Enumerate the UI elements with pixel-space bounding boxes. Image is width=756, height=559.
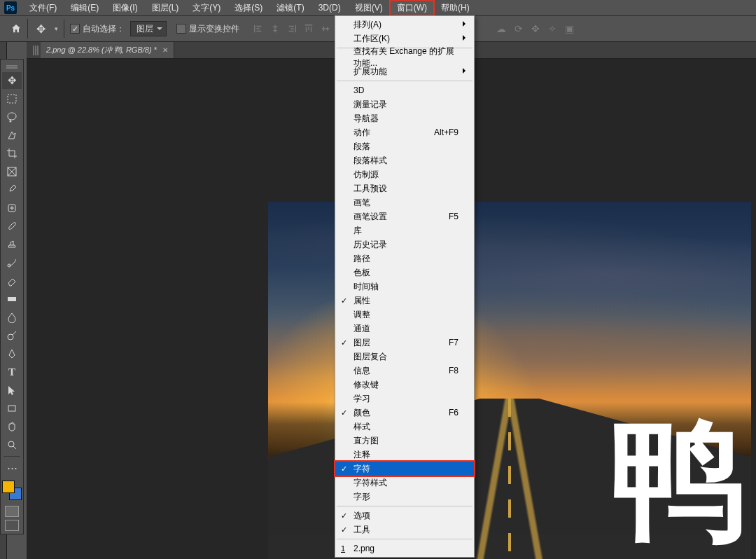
auto-select-target-dropdown[interactable]: 图层 (130, 21, 167, 36)
menu-item-画笔[interactable]: 画笔 (335, 195, 474, 209)
menu-item-图层复合[interactable]: 图层复合 (335, 350, 474, 364)
rotate-3d-icon[interactable]: ⟳ (514, 23, 523, 34)
eraser-tool[interactable] (2, 272, 22, 289)
scale-3d-icon[interactable]: ✧ (548, 23, 556, 34)
rectangle-tool[interactable] (2, 400, 22, 417)
canvas-text-layer[interactable]: 鸭 (610, 412, 746, 545)
menu-item-测量记录[interactable]: 测量记录 (335, 97, 474, 111)
menu-item-label: 画笔 (354, 197, 370, 209)
menu-item-仿制源[interactable]: 仿制源 (335, 167, 474, 181)
menu-image[interactable]: 图像(I) (106, 0, 144, 15)
menu-item-段落样式[interactable]: 段落样式 (335, 153, 474, 167)
move-3d-icon[interactable]: ✥ (531, 23, 540, 34)
screenmode-button[interactable] (5, 520, 19, 531)
menu-help[interactable]: 帮助(H) (434, 0, 477, 15)
menu-edit[interactable]: 编辑(E) (64, 0, 106, 15)
blur-tool[interactable] (2, 309, 22, 326)
path-selection-tool[interactable] (2, 382, 22, 399)
menu-item-字形[interactable]: 字形 (335, 490, 474, 504)
menu-filter[interactable]: 滤镜(T) (270, 0, 311, 15)
menu-item-注释[interactable]: 注释 (335, 448, 474, 462)
camera-icon[interactable]: ▣ (565, 23, 574, 34)
menu-item-label: 段落 (354, 141, 370, 153)
menu-item-库[interactable]: 库 (335, 223, 474, 237)
lasso-tool[interactable] (2, 109, 22, 125)
menu-file[interactable]: 文件(F) (22, 0, 64, 15)
menu-window[interactable]: 窗口(W) (390, 0, 434, 15)
menu-item-工作区(K)[interactable]: 工作区(K) (335, 32, 474, 46)
menu-item-直方图[interactable]: 直方图 (335, 434, 474, 448)
auto-select-checkbox[interactable]: 自动选择： (70, 23, 125, 35)
align-vcenter-button[interactable] (318, 21, 333, 36)
home-button[interactable] (4, 19, 28, 39)
menu-item-动作[interactable]: 动作Alt+F9 (335, 125, 474, 139)
menu-item-路径[interactable]: 路径 (335, 251, 474, 265)
menu-item-工具预设[interactable]: 工具预设 (335, 181, 474, 195)
menu-item-字符样式[interactable]: 字符样式 (335, 476, 474, 490)
align-right-button[interactable] (284, 21, 300, 36)
foreground-color-swatch[interactable] (2, 481, 15, 493)
menu-item-调整[interactable]: 调整 (335, 308, 474, 322)
menu-view[interactable]: 视图(V) (348, 0, 390, 15)
menu-select[interactable]: 选择(S) (227, 0, 270, 15)
menu-item-通道[interactable]: 通道 (335, 322, 474, 336)
menu-item-样式[interactable]: 样式 (335, 420, 474, 434)
menu-item-查找有关 Exchange 的扩展功能...[interactable]: 查找有关 Exchange 的扩展功能... (335, 50, 474, 64)
frame-tool[interactable] (2, 163, 22, 180)
tabbar-handle[interactable] (27, 42, 41, 58)
zoom-tool[interactable] (2, 436, 22, 453)
menu-item-颜色[interactable]: 颜色F6 (335, 406, 474, 420)
menu-item-信息[interactable]: 信息F8 (335, 364, 474, 378)
menu-item-排列(A)[interactable]: 排列(A) (335, 18, 474, 32)
eyedropper-tool[interactable] (2, 181, 22, 198)
menu-item-label: 图层 (354, 337, 370, 349)
menu-layer[interactable]: 图层(L) (145, 0, 186, 15)
quick-select-tool[interactable] (2, 127, 22, 144)
edit-toolbar-button[interactable]: ⋯ (2, 460, 22, 476)
menu-item-段落[interactable]: 段落 (335, 139, 474, 153)
menu-item-label: 工作区(K) (354, 33, 390, 45)
menu-item-历史记录[interactable]: 历史记录 (335, 237, 474, 251)
menu-item-label: 测量记录 (354, 99, 387, 111)
menu-item-label: 注释 (354, 449, 370, 461)
menu-type[interactable]: 文字(Y) (186, 0, 227, 15)
quickmask-button[interactable] (5, 506, 19, 517)
crop-tool[interactable] (2, 145, 22, 162)
menu-item-字符[interactable]: 字符 (335, 462, 474, 476)
menu-item-学习[interactable]: 学习 (335, 392, 474, 406)
menu-item-图层[interactable]: 图层F7 (335, 336, 474, 350)
hand-tool[interactable] (2, 418, 22, 435)
palette-grip[interactable] (1, 62, 23, 69)
dodge-tool[interactable] (2, 327, 22, 344)
menu-item-2.png[interactable]: 2.png (335, 541, 474, 555)
marquee-tool[interactable] (2, 90, 22, 107)
pen-tool[interactable] (2, 345, 22, 362)
align-left-button[interactable] (251, 21, 266, 36)
color-swatches[interactable] (2, 481, 22, 500)
menu-item-导航器[interactable]: 导航器 (335, 111, 474, 125)
cloud-icon[interactable]: ☁ (496, 23, 506, 34)
menu-item-属性[interactable]: 属性 (335, 294, 474, 308)
show-transform-checkbox[interactable]: 显示变换控件 (176, 23, 239, 35)
menu-item-3D[interactable]: 3D (335, 83, 474, 97)
menu-item-label: 工具预设 (354, 183, 387, 195)
menu-item-时间轴[interactable]: 时间轴 (335, 280, 474, 294)
menu-item-修改键[interactable]: 修改键 (335, 378, 474, 392)
menu-item-画笔设置[interactable]: 画笔设置F5 (335, 209, 474, 223)
gradient-tool[interactable] (2, 291, 22, 308)
brush-tool[interactable] (2, 218, 22, 235)
menu-item-选项[interactable]: 选项 (335, 509, 474, 523)
menu-item-工具[interactable]: 工具 (335, 523, 474, 537)
document-tab[interactable]: 2.png @ 22.8% (冲 鸭, RGB/8) * ✕ (41, 42, 174, 58)
menu-item-色板[interactable]: 色板 (335, 265, 474, 280)
type-tool[interactable]: T (2, 364, 22, 380)
move-tool[interactable]: ✥ (2, 72, 22, 89)
menu-item-扩展功能[interactable]: 扩展功能 (335, 64, 474, 78)
align-hcenter-button[interactable] (267, 21, 283, 36)
menu-3d[interactable]: 3D(D) (312, 0, 348, 15)
history-brush-tool[interactable] (2, 254, 22, 271)
close-icon[interactable]: ✕ (162, 46, 168, 54)
clone-stamp-tool[interactable] (2, 236, 22, 253)
healing-brush-tool[interactable] (2, 200, 22, 216)
align-top-button[interactable] (301, 21, 316, 36)
